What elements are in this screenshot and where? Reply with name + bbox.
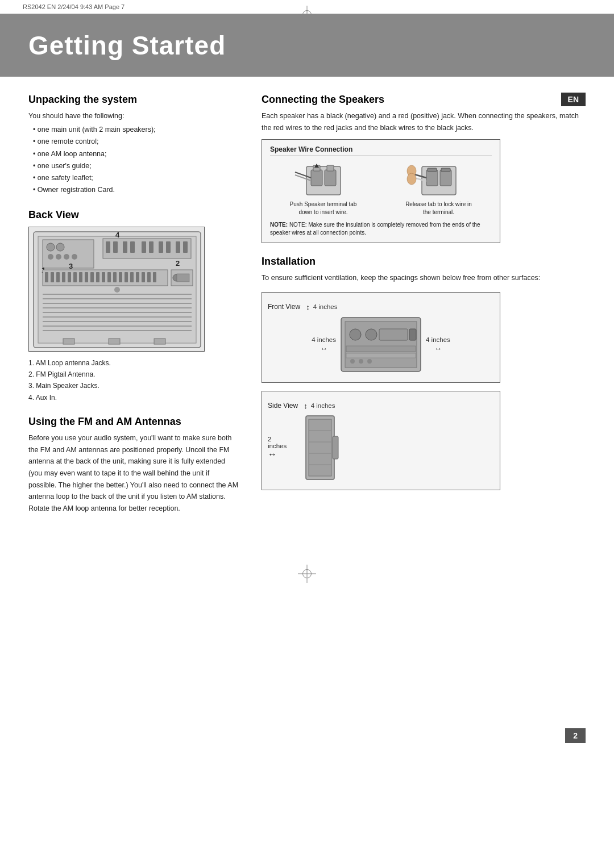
svg-rect-34 [102,272,105,282]
side-top-inches: 4 inches [311,402,335,409]
speaker-img-block-1: Push Speaker terminal tab down to insert… [270,161,376,216]
speaker-wire-images: Push Speaker terminal tab down to insert… [270,161,492,216]
svg-rect-71 [426,170,438,186]
svg-rect-18 [166,241,171,253]
svg-rect-58 [63,339,74,344]
page-number: 2 [565,728,586,743]
connecting-text: Each speaker has a black (negative) and … [262,110,586,133]
fm-am-text: Before you use your audio system, you'll… [28,432,239,514]
svg-rect-39 [130,272,134,282]
svg-rect-42 [147,272,151,282]
svg-rect-13 [123,241,127,253]
side-view-box: Side View ↕ 4 inches 2 inches ↔ [262,391,500,490]
svg-rect-17 [159,241,163,253]
svg-rect-33 [96,272,99,282]
fm-am-title: Using the FM and AM Antennas [28,416,239,428]
left-column: Unpacking the system You should have the… [28,94,239,514]
front-left-inches: 4 inches [312,336,336,343]
svg-rect-24 [45,272,48,282]
svg-point-61 [114,287,120,293]
svg-rect-27 [62,272,65,282]
svg-rect-40 [136,272,139,282]
svg-point-82 [366,329,377,340]
note-4: 4. Aux In. [28,392,239,403]
connecting-section: Connecting the Speakers EN Each speaker … [262,94,586,243]
back-view-notes: 1. AM Loop antenna Jacks. 2. FM Pigtail … [28,357,239,404]
svg-rect-36 [113,272,117,282]
speaker-wire-box: Speaker Wire Connection [262,139,500,243]
front-view-box: Front View ↕ 4 inches 4 inches ↔ [262,292,500,383]
connecting-title: Connecting the Speakers [262,94,384,106]
svg-point-78 [407,173,416,185]
svg-rect-30 [79,272,82,282]
note-2: 2. FM Pigtail Antenna. [28,369,239,380]
side-view-label: Side View [268,402,298,410]
svg-rect-37 [119,272,122,282]
svg-point-3 [47,243,55,251]
list-item: one safety leaflet; [33,172,239,184]
svg-point-7 [64,254,69,260]
svg-rect-63 [311,170,322,186]
svg-point-87 [350,359,355,364]
right-column: Connecting the Speakers EN Each speaker … [262,94,586,514]
svg-rect-14 [130,241,135,253]
svg-rect-59 [109,339,120,344]
footer-area [0,531,614,616]
unpacking-title: Unpacking the system [28,94,239,106]
front-view-label: Front View [268,303,300,311]
svg-rect-83 [379,329,408,340]
svg-point-81 [350,329,361,340]
back-view-section: Back View [28,209,239,404]
back-view-diagram: 1 4 2 [28,227,205,352]
side-left-num: 2 [268,436,271,443]
note-3: 3. Main Speaker Jacks. [28,380,239,391]
svg-rect-19 [176,241,180,253]
svg-rect-73 [428,168,437,172]
svg-rect-15 [142,241,146,253]
unpacking-intro: You should have the following: [28,110,239,122]
svg-rect-29 [73,272,77,282]
speaker-caption-1: Push Speaker terminal tab down to insert… [289,201,358,216]
speaker-img-block-2: Release tab to lock wire in the terminal… [385,161,492,216]
crosshair-circle [302,569,312,578]
svg-rect-31 [85,272,88,282]
svg-text:3: 3 [69,262,73,270]
svg-rect-85 [346,346,416,352]
installation-text: To ensure sufficient ventilation, keep t… [262,272,586,284]
main-content: Unpacking the system You should have the… [0,77,614,531]
speaker-note: NOTE: NOTE: Make sure the insulation is … [270,221,492,237]
svg-rect-96 [333,436,338,459]
front-device-svg [338,315,424,374]
svg-point-4 [56,243,64,251]
front-top-inches: 4 inches [313,303,338,310]
svg-rect-86 [346,353,416,358]
page-title: Getting Started [28,30,586,61]
footer-crosshair [298,565,316,583]
back-view-title: Back View [28,209,239,221]
svg-rect-80 [345,322,417,368]
installation-title: Installation [262,256,586,268]
unpacking-list: one main unit (with 2 main speakers); on… [28,124,239,197]
list-item: one remote control; [33,136,239,148]
svg-point-5 [48,254,53,260]
svg-point-89 [367,359,372,364]
svg-rect-12 [113,241,118,253]
svg-rect-28 [68,272,71,282]
svg-rect-48 [177,274,189,282]
svg-rect-84 [409,329,416,340]
svg-rect-41 [142,272,145,282]
svg-rect-32 [90,272,94,282]
side-device-svg [297,414,343,482]
front-right-inches: 4 inches [426,336,450,343]
list-item: Owner registration Card. [33,184,239,196]
svg-rect-20 [183,241,188,253]
svg-rect-66 [327,165,334,171]
terminal-svg-2 [405,161,473,201]
svg-rect-35 [107,272,111,282]
svg-point-8 [72,254,77,260]
unpacking-section: Unpacking the system You should have the… [28,94,239,197]
svg-rect-43 [153,272,156,282]
svg-text:2: 2 [176,259,180,268]
svg-rect-25 [51,272,54,282]
installation-section: Installation To ensure sufficient ventil… [262,256,586,490]
